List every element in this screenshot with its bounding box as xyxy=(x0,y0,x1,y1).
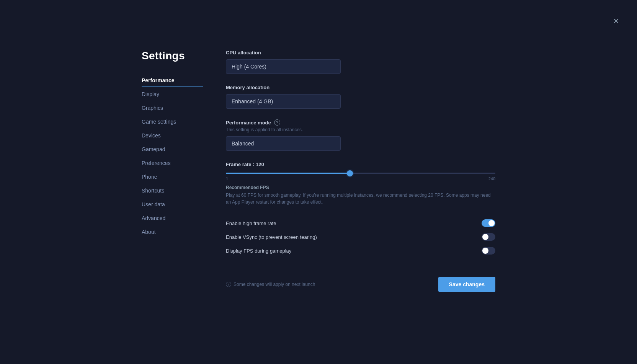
performance-mode-wrapper: Balanced Low High Ultra xyxy=(226,136,495,151)
cpu-allocation-label: CPU allocation xyxy=(226,50,495,55)
toggle-label-vsync: Enable VSync (to prevent screen tearing) xyxy=(226,234,317,240)
slider-thumb[interactable] xyxy=(347,170,353,176)
toggle-knob-high-frame-rate xyxy=(488,220,495,226)
memory-allocation-section: Memory allocation Enhanced (4 GB) Low (1… xyxy=(226,85,495,109)
slider-max: 240 xyxy=(488,176,495,181)
sidebar: Settings PerformanceDisplayGraphicsGame … xyxy=(142,50,203,292)
sidebar-item-display[interactable]: Display xyxy=(142,87,203,101)
toggle-label-display-fps: Display FPS during gameplay xyxy=(226,248,291,254)
slider-min: 1 xyxy=(226,176,228,181)
sidebar-item-phone[interactable]: Phone xyxy=(142,170,203,184)
perf-mode-label: Performance mode xyxy=(226,120,271,126)
toggle-row-high-frame-rate: Enable high frame rate xyxy=(226,216,495,230)
toggle-display-fps[interactable] xyxy=(482,247,495,255)
memory-allocation-wrapper: Enhanced (4 GB) Low (1 GB) Medium (2 GB)… xyxy=(226,94,495,109)
sidebar-nav: PerformanceDisplayGraphicsGame settingsD… xyxy=(142,73,203,239)
slider-range: 1 240 xyxy=(226,176,495,181)
page-title: Settings xyxy=(142,50,203,62)
sidebar-item-user-data[interactable]: User data xyxy=(142,198,203,211)
toggle-high-frame-rate[interactable] xyxy=(482,219,495,227)
sidebar-item-devices[interactable]: Devices xyxy=(142,129,203,142)
perf-mode-header: Performance mode ? xyxy=(226,119,495,126)
performance-mode-select[interactable]: Balanced Low High Ultra xyxy=(226,136,341,151)
sidebar-item-game-settings[interactable]: Game settings xyxy=(142,115,203,129)
cpu-allocation-wrapper: High (4 Cores) Low (1 Core) Medium (2 Co… xyxy=(226,59,495,74)
frame-rate-section: Frame rate : 120 1 240 Recommended FPS P… xyxy=(226,162,495,206)
perf-mode-help-icon[interactable]: ? xyxy=(274,119,280,126)
recommended-fps-title: Recommended FPS xyxy=(226,185,495,190)
memory-allocation-label: Memory allocation xyxy=(226,85,495,90)
footer: i Some changes will apply on next launch… xyxy=(226,269,495,292)
sidebar-item-shortcuts[interactable]: Shortcuts xyxy=(142,184,203,198)
sidebar-item-graphics[interactable]: Graphics xyxy=(142,101,203,115)
footer-note: i Some changes will apply on next launch xyxy=(226,282,315,287)
toggle-row-vsync: Enable VSync (to prevent screen tearing) xyxy=(226,230,495,244)
sidebar-item-performance[interactable]: Performance xyxy=(142,73,203,87)
slider-track[interactable] xyxy=(226,173,495,174)
toggle-knob-vsync xyxy=(482,234,488,240)
settings-container: Settings PerformanceDisplayGraphicsGame … xyxy=(142,50,495,292)
main-content: CPU allocation High (4 Cores) Low (1 Cor… xyxy=(226,50,495,292)
frame-rate-slider-container xyxy=(226,173,495,174)
save-changes-button[interactable]: Save changes xyxy=(438,277,495,292)
toggle-row-display-fps: Display FPS during gameplay xyxy=(226,244,495,258)
frame-rate-header: Frame rate : 120 xyxy=(226,162,495,167)
sidebar-item-preferences[interactable]: Preferences xyxy=(142,156,203,170)
toggle-label-high-frame-rate: Enable high frame rate xyxy=(226,220,276,226)
slider-fill xyxy=(226,173,350,174)
footer-note-icon: i xyxy=(226,282,231,287)
sidebar-item-about[interactable]: About xyxy=(142,225,203,239)
toggles-section: Enable high frame rateEnable VSync (to p… xyxy=(226,216,495,258)
close-button[interactable]: ✕ xyxy=(610,15,622,27)
toggle-knob-display-fps xyxy=(482,248,488,254)
recommended-fps-desc: Play at 60 FPS for smooth gameplay. If y… xyxy=(226,192,495,206)
sidebar-item-advanced[interactable]: Advanced xyxy=(142,211,203,225)
cpu-allocation-section: CPU allocation High (4 Cores) Low (1 Cor… xyxy=(226,50,495,74)
footer-note-text: Some changes will apply on next launch xyxy=(234,282,315,287)
performance-mode-section: Performance mode ? This setting is appli… xyxy=(226,119,495,151)
sidebar-item-gamepad[interactable]: Gamepad xyxy=(142,142,203,156)
memory-allocation-select[interactable]: Enhanced (4 GB) Low (1 GB) Medium (2 GB)… xyxy=(226,94,341,109)
toggle-vsync[interactable] xyxy=(482,233,495,241)
cpu-allocation-select[interactable]: High (4 Cores) Low (1 Core) Medium (2 Co… xyxy=(226,59,341,74)
perf-mode-subtitle: This setting is applied to all instances… xyxy=(226,127,495,132)
